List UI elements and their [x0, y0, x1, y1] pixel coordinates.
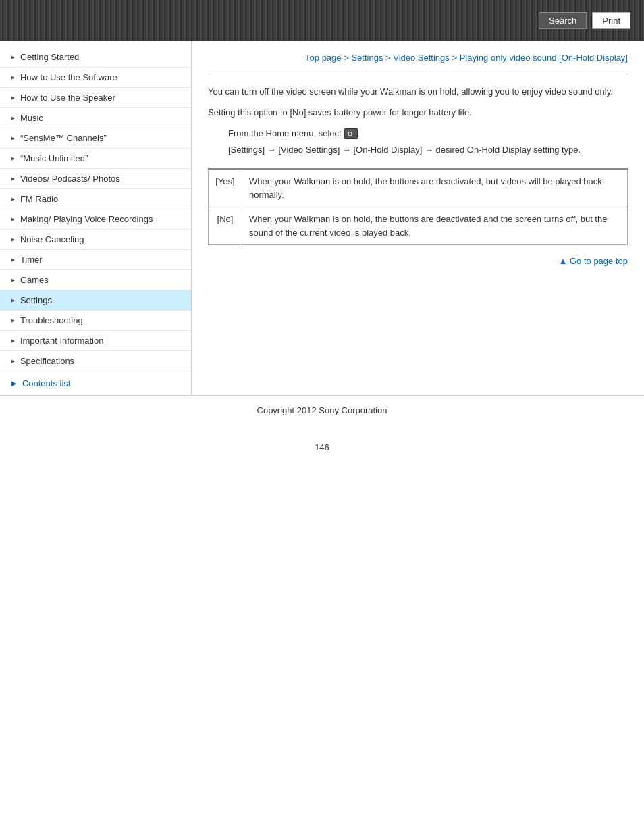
- chevron-right-icon: ►: [9, 53, 16, 61]
- table-cell-key: [Yes]: [209, 169, 242, 207]
- breadcrumb-settings[interactable]: Settings: [351, 53, 383, 63]
- sidebar-item-games[interactable]: ► Games: [0, 270, 191, 290]
- sidebar-item-music[interactable]: ► Music: [0, 108, 191, 128]
- sidebar-item-label: Timer: [20, 255, 184, 265]
- table-cell-value: When your Walkman is on hold, the button…: [242, 169, 628, 207]
- chevron-right-icon: ►: [9, 256, 16, 263]
- chevron-right-icon: ►: [9, 317, 16, 324]
- sidebar-item-fm-radio[interactable]: ► FM Radio: [0, 189, 191, 209]
- contents-list-label: Contents list: [22, 378, 71, 388]
- chevron-right-icon: ►: [9, 276, 16, 284]
- page-top-link[interactable]: ▲ Go to page top: [559, 256, 628, 266]
- sidebar-item-label: Music: [20, 113, 184, 123]
- chevron-right-icon: ►: [9, 155, 16, 162]
- contents-list-link[interactable]: ► Contents list: [0, 371, 191, 395]
- instruction-line: From the Home menu, select [Settings] → …: [228, 127, 628, 158]
- page-number: 146: [0, 442, 644, 452]
- settings-icon: [344, 128, 358, 139]
- sidebar-item-label: Games: [20, 275, 184, 285]
- breadcrumb-separator: >: [344, 53, 351, 63]
- intro-text-1: You can turn off the video screen while …: [208, 85, 628, 99]
- sidebar-item-label: FM Radio: [20, 194, 184, 204]
- sidebar-item-label: Videos/ Podcasts/ Photos: [20, 174, 184, 184]
- chevron-right-icon: ►: [9, 175, 16, 182]
- chevron-right-icon: ►: [9, 236, 16, 243]
- chevron-right-icon: ►: [9, 337, 16, 344]
- sidebar-item-label: How to Use the Software: [20, 72, 184, 82]
- sidebar-item-label: Getting Started: [20, 52, 184, 62]
- print-button[interactable]: Print: [592, 12, 630, 29]
- sidebar-item-voice-recordings[interactable]: ► Making/ Playing Voice Recordings: [0, 209, 191, 230]
- chevron-right-icon: ►: [9, 357, 16, 365]
- sidebar-item-label: How to Use the Speaker: [20, 93, 184, 103]
- chevron-right-icon: ►: [9, 195, 16, 203]
- footer-copyright: Copyright 2012 Sony Corporation: [257, 405, 387, 415]
- breadcrumb-current-page[interactable]: Playing only video sound [On-Hold Displa…: [460, 53, 628, 63]
- options-table: [Yes] When your Walkman is on hold, the …: [208, 168, 628, 245]
- breadcrumb: Top page > Settings > Video Settings > P…: [208, 47, 628, 70]
- sidebar-item-important-information[interactable]: ► Important Information: [0, 331, 191, 351]
- main-layout: ► Getting Started ► How to Use the Softw…: [0, 41, 644, 395]
- main-content: Top page > Settings > Video Settings > P…: [192, 41, 644, 280]
- search-button[interactable]: Search: [539, 12, 587, 29]
- intro-text-2: Setting this option to [No] saves batter…: [208, 106, 628, 120]
- sidebar-item-sensme-channels[interactable]: ► “SensMe™ Channels”: [0, 128, 191, 149]
- chevron-right-icon: ►: [9, 74, 16, 81]
- breadcrumb-separator: >: [385, 53, 393, 63]
- sidebar-item-noise-canceling[interactable]: ► Noise Canceling: [0, 230, 191, 250]
- sidebar-item-label: Noise Canceling: [20, 234, 184, 244]
- sidebar: ► Getting Started ► How to Use the Softw…: [0, 41, 192, 395]
- breadcrumb-top-page[interactable]: Top page: [305, 53, 342, 63]
- sidebar-item-music-unlimited[interactable]: ► “Music Unlimited”: [0, 149, 191, 169]
- chevron-right-icon: ►: [9, 296, 16, 304]
- table-row: [No] When your Walkman is on hold, the b…: [209, 207, 628, 245]
- sidebar-item-specifications[interactable]: ► Specifications: [0, 351, 191, 371]
- sidebar-item-label: Making/ Playing Voice Recordings: [20, 214, 184, 224]
- table-cell-value: When your Walkman is on hold, the button…: [242, 207, 628, 245]
- table-row: [Yes] When your Walkman is on hold, the …: [209, 169, 628, 207]
- chevron-right-icon: ►: [9, 94, 16, 101]
- header: Search Print: [0, 0, 644, 41]
- sidebar-item-how-to-use-software[interactable]: ► How to Use the Software: [0, 68, 191, 88]
- breadcrumb-video-settings[interactable]: Video Settings: [393, 53, 450, 63]
- footer: Copyright 2012 Sony Corporation: [0, 395, 644, 429]
- table-cell-key: [No]: [209, 207, 242, 245]
- chevron-right-icon: ►: [9, 134, 16, 142]
- content-divider: [208, 74, 628, 74]
- sidebar-item-getting-started[interactable]: ► Getting Started: [0, 47, 191, 68]
- sidebar-item-label: Settings: [20, 295, 184, 305]
- sidebar-item-how-to-use-speaker[interactable]: ► How to Use the Speaker: [0, 88, 191, 108]
- sidebar-item-label: “Music Unlimited”: [20, 153, 184, 163]
- chevron-right-icon: ►: [9, 215, 16, 223]
- instruction-steps: [Settings] → [Video Settings] → [On-Hold…: [228, 143, 581, 157]
- sidebar-item-label: “SensMe™ Channels”: [20, 133, 184, 143]
- chevron-right-icon: ►: [9, 114, 16, 122]
- sidebar-item-label: Troubleshooting: [20, 315, 184, 325]
- go-to-page-top[interactable]: ▲ Go to page top: [208, 256, 628, 266]
- instruction-prefix: From the Home menu, select: [228, 127, 342, 141]
- arrow-right-icon: ►: [9, 378, 18, 388]
- sidebar-item-settings[interactable]: ► Settings: [0, 290, 191, 311]
- sidebar-item-videos-podcasts-photos[interactable]: ► Videos/ Podcasts/ Photos: [0, 169, 191, 189]
- sidebar-item-label: Specifications: [20, 356, 184, 366]
- sidebar-item-troubleshooting[interactable]: ► Troubleshooting: [0, 311, 191, 331]
- breadcrumb-separator: >: [452, 53, 459, 63]
- sidebar-item-timer[interactable]: ► Timer: [0, 250, 191, 270]
- sidebar-item-label: Important Information: [20, 336, 184, 346]
